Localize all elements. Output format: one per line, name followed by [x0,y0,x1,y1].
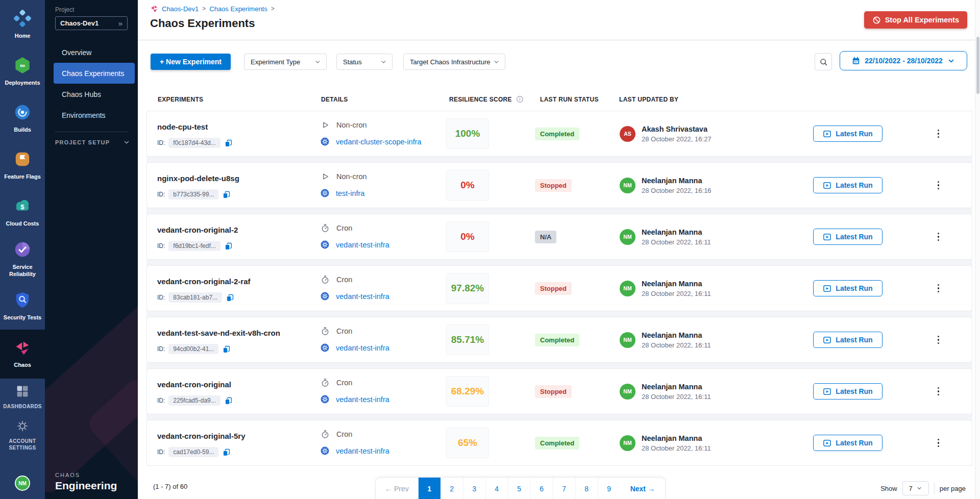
sidebar-item-chaos-hubs[interactable]: Chaos Hubs [45,84,138,105]
date-range-picker[interactable]: 22/10/2022 - 28/10/2022 [840,51,967,70]
updated-timestamp: 28 October 2022, 16:11 [642,393,711,401]
user-avatar[interactable]: NM [15,476,30,491]
vertical-scrollbar[interactable] [975,0,980,499]
page-number-button[interactable]: 8 [575,478,598,499]
page-number-button[interactable]: 7 [553,478,575,499]
page-number-button[interactable]: 4 [485,478,508,499]
copy-icon[interactable] [222,448,231,457]
experiment-name[interactable]: nginx-pod-delete-u8sg [157,174,321,183]
page-number-button[interactable]: 9 [598,478,620,499]
status-badge: Completed [535,128,579,140]
copy-icon[interactable] [222,190,231,199]
latest-run-cell: Latest Run [813,214,895,259]
per-page-select[interactable]: 7 [902,481,929,495]
kebab-menu-icon[interactable] [935,384,943,399]
latest-run-button[interactable]: Latest Run [813,177,883,193]
rail-item-builds[interactable]: Builds [0,95,45,142]
last-updated-by-cell: AS Akash Shrivastava 28 October 2022, 16… [620,111,813,156]
filter-experiment-type[interactable]: Experiment Type [244,54,327,70]
latest-run-button[interactable]: Latest Run [813,280,883,296]
scrollbar-thumb[interactable] [976,37,979,94]
rail-item-service-reliability[interactable]: Service Reliability [0,236,45,283]
sidebar-item-chaos-experiments[interactable]: Chaos Experiments [54,63,135,84]
rail-item-feature-flags[interactable]: Feature Flags [0,142,45,189]
infrastructure-link[interactable]: vedant-test-infra [336,447,389,455]
run-play-icon [823,130,831,138]
resilience-score: 68.29% [446,376,489,407]
copy-icon[interactable] [224,139,233,147]
page-number-button[interactable]: 3 [463,478,485,499]
svg-text:∞: ∞ [20,61,25,69]
sidebar-item-overview[interactable]: Overview [45,42,138,63]
last-run-status-cell: Stopped [535,369,620,414]
experiment-name[interactable]: node-cpu-test [157,122,321,131]
page-number-button[interactable]: 1 [418,478,440,499]
project-setup-toggle[interactable]: PROJECT SETUP [55,139,130,146]
rail-item-account-settings[interactable]: ACCOUNT SETTINGS [0,416,45,454]
kebab-menu-icon[interactable] [935,230,943,244]
filter-status[interactable]: Status [336,54,393,70]
page-number-button[interactable]: 2 [440,478,463,499]
search-button[interactable] [815,53,832,70]
rail-item-security-tests[interactable]: Security Tests [0,283,45,330]
rail-item-deployments[interactable]: ∞ Deployments [0,48,45,95]
kubernetes-icon [321,240,329,249]
new-experiment-button[interactable]: + New Experiment [151,54,231,70]
user-meta: Neelanjan Manna 28 October 2022, 16:11 [642,383,711,401]
kebab-menu-icon[interactable] [935,178,943,193]
copy-icon[interactable] [224,242,233,251]
avatar: NM [620,435,635,451]
kebab-menu-icon[interactable] [935,281,943,296]
latest-run-button[interactable]: Latest Run [813,435,883,451]
rail-item-chaos[interactable]: Chaos [0,330,45,379]
experiment-name[interactable]: vedant-cron-original-2 [157,226,321,234]
infrastructure-link[interactable]: test-infra [336,189,364,197]
module-rail: Home ∞ Deployments Builds Feature Flags … [0,0,45,499]
sidebar-item-environments[interactable]: Environments [45,105,138,126]
kebab-menu-icon[interactable] [935,333,943,347]
infrastructure-link[interactable]: vedant-test-infra [336,395,389,404]
experiment-id-label: ID: [157,191,165,198]
copy-icon[interactable] [222,345,231,354]
run-play-icon [823,439,831,447]
breadcrumb-link-project[interactable]: Chaos-Dev1 [162,5,199,13]
page-number-button[interactable]: 6 [530,478,553,499]
experiment-name[interactable]: vedant-test-save-nd-exit-v8h-cron [157,329,321,337]
page-number-button[interactable]: 5 [508,478,530,499]
project-selector[interactable]: Chaos-Dev1 » [55,16,128,30]
table-row: vedant-cron-original-5ry ID: cad17ed0-59… [146,420,972,466]
updated-timestamp: 28 October 2022, 16:11 [642,341,711,349]
prev-page-button[interactable]: ← Prev [376,478,418,499]
stop-all-experiments-button[interactable]: Stop All Experiments [864,11,967,29]
experiment-name[interactable]: vedant-cron-original-5ry [157,432,321,440]
brand-small-label: CHAOS [55,472,117,478]
infrastructure-link[interactable]: vedant-test-infra [336,241,389,249]
kubernetes-icon [321,446,329,455]
rail-item-cloud-costs[interactable]: $ Cloud Costs [0,189,45,236]
rail-item-home[interactable]: Home [0,1,45,48]
copy-icon[interactable] [226,293,234,302]
copy-icon[interactable] [224,396,233,405]
filter-label: Experiment Type [251,58,300,66]
updated-timestamp: 28 October 2022, 16:27 [642,135,712,143]
rail-label: Deployments [3,80,41,87]
details-cell: Non-cron test-infra [321,163,446,208]
breadcrumb-link-chaos-experiments[interactable]: Chaos Experiments [209,5,267,13]
infrastructure-link[interactable]: vedant-cluster-scope-infra [336,138,422,146]
infrastructure-link[interactable]: vedant-test-infra [336,292,389,301]
latest-run-button[interactable]: Latest Run [813,383,883,400]
latest-run-button[interactable]: Latest Run [813,332,883,348]
kebab-menu-icon[interactable] [935,127,943,141]
experiment-name[interactable]: vedant-cron-original [157,380,321,389]
rail-item-dashboards[interactable]: DASHBOARDS [0,379,45,416]
experiment-name[interactable]: vedant-cron-original-2-raf [157,277,321,286]
latest-run-button[interactable]: Latest Run [813,229,883,245]
next-page-button[interactable]: Next → [620,478,665,499]
infrastructure-link[interactable]: vedant-test-infra [336,344,389,352]
latest-run-button[interactable]: Latest Run [813,126,883,142]
updated-timestamp: 28 October 2022, 16:11 [642,444,711,452]
kebab-menu-icon[interactable] [935,436,943,451]
collapse-sidebar-icon[interactable]: » [118,19,122,27]
latest-run-cell: Latest Run [813,420,895,465]
filter-target-chaos-infrastructure[interactable]: Target Chaos Infrastructure [403,54,505,70]
